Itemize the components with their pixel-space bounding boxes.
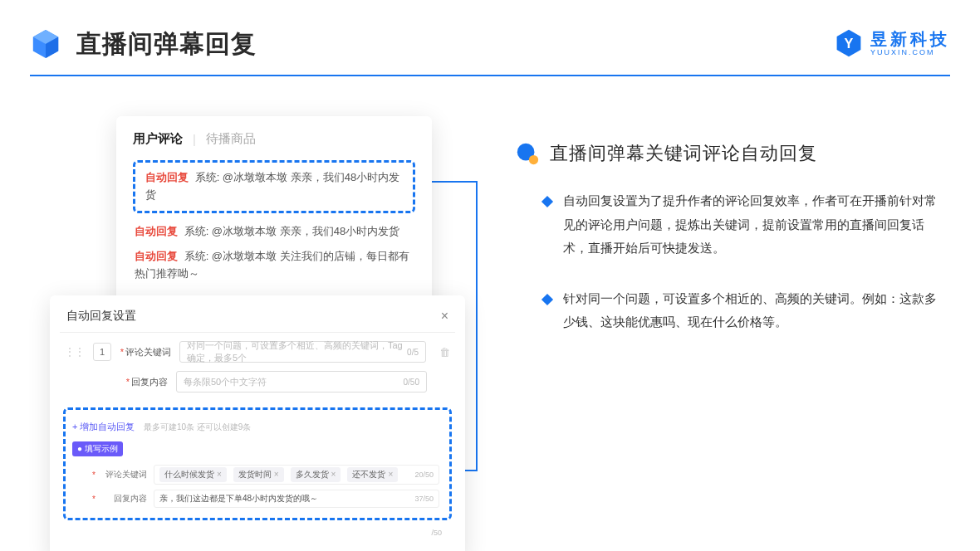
tab-divider: | [193, 132, 196, 146]
keyword-input[interactable]: 对同一个问题，可设置多个相近、高频的关键词，Tag确定，最多5个 0/5 [179, 341, 426, 363]
highlighted-comment: 自动回复 系统: @冰墩墩本墩 亲亲，我们48小时内发货 [133, 160, 415, 213]
comment-row: 自动回复 系统: @冰墩墩本墩 亲亲，我们48小时内发货 [144, 169, 404, 204]
auto-reply-settings-modal: 自动回复设置 × ⋮⋮ 1 *评论关键词 对同一个问题，可设置多个相近、高频的关… [50, 295, 465, 551]
ex-keyword-field[interactable]: 什么时候发货 发货时间 多久发货 还不发货 20/50 [154, 465, 439, 485]
diamond-icon [541, 196, 553, 207]
content-count: 0/50 [404, 378, 419, 387]
keyword-placeholder: 对同一个问题，可设置多个相近、高频的关键词，Tag确定，最多5个 [187, 339, 407, 364]
auto-reply-badge: 自动回复 [135, 250, 178, 262]
brand-block: Y 昱新科技 YUUXIN.COM [834, 28, 950, 58]
brand-logo-icon: Y [834, 28, 864, 58]
left-visual-stack: 用户评论 | 待播商品 自动回复 系统: @冰墩墩本墩 亲亲，我们48小时内发货… [50, 116, 465, 523]
brand-url: YUUXIN.COM [870, 49, 950, 56]
example-content-row: * 回复内容 亲，我们这边都是下单48小时内发货的哦～ 37/50 [92, 490, 439, 508]
comments-tabs: 用户评论 | 待播商品 [133, 131, 415, 147]
tab-pending-goods[interactable]: 待播商品 [206, 131, 256, 147]
ex-keyword-label: 评论关键词 [104, 469, 147, 480]
ex-content-label: 回复内容 [104, 493, 147, 505]
keyword-count: 0/5 [407, 348, 419, 357]
ex-keyword-count: 20/50 [414, 471, 434, 479]
cube-icon [30, 28, 61, 60]
comment-row: 自动回复 系统: @冰墩墩本墩 亲亲，我们48小时内发货 [133, 223, 415, 241]
content-label: *回复内容 [116, 376, 168, 388]
diamond-icon [541, 293, 553, 305]
bubble-icon [515, 141, 540, 166]
connector-line [428, 181, 478, 183]
svg-text:Y: Y [845, 36, 854, 51]
ex-content-value: 亲，我们这边都是下单48小时内发货的哦～ [159, 493, 318, 505]
settings-row: *回复内容 每条限50个中文字符 0/50 [65, 371, 450, 393]
add-auto-reply-link[interactable]: + 增加自动回复 [72, 422, 135, 432]
delete-icon[interactable]: 🗑 [439, 346, 450, 358]
tag-chip[interactable]: 多久发货 [291, 467, 341, 482]
example-keyword-row: * 评论关键词 什么时候发货 发货时间 多久发货 还不发货 20/50 [92, 465, 439, 485]
tag-chip[interactable]: 发货时间 [233, 467, 284, 482]
settings-row: ⋮⋮ 1 *评论关键词 对同一个问题，可设置多个相近、高频的关键词，Tag确定，… [65, 341, 450, 363]
trailing-count: /50 [431, 529, 442, 537]
row-number: 1 [93, 343, 111, 361]
comment-text: 系统: @冰墩墩本墩 亲亲，我们48小时内发货 [184, 225, 400, 237]
ex-content-count: 37/50 [414, 495, 434, 503]
tag-chip[interactable]: 什么时候发货 [159, 467, 227, 482]
auto-reply-badge: 自动回复 [145, 171, 189, 183]
drag-handle-icon[interactable]: ⋮⋮ [65, 346, 85, 358]
bullet-text: 针对同一个问题，可设置多个相近的、高频的关键词。例如：这款多少钱、这块能优惠吗、… [563, 287, 940, 334]
example-chip: ● 填写示例 [72, 441, 123, 456]
bullet-text: 自动回复设置为了提升作者的评论回复效率，作者可在开播前针对常见的评论用户问题，提… [563, 189, 940, 261]
modal-title: 自动回复设置 [66, 309, 136, 324]
connector-line [476, 181, 478, 471]
keyword-label: *评论关键词 [120, 346, 171, 358]
bullet-item: 自动回复设置为了提升作者的评论回复效率，作者可在开播前针对常见的评论用户问题，提… [543, 189, 940, 261]
content-input[interactable]: 每条限50个中文字符 0/50 [176, 371, 427, 393]
section-title: 直播间弹幕关键词评论自动回复 [550, 141, 817, 166]
example-highlight: + 增加自动回复 最多可建10条 还可以创建9条 ● 填写示例 * 评论关键词 … [63, 407, 452, 520]
bullet-item: 针对同一个问题，可设置多个相近的、高频的关键词。例如：这款多少钱、这块能优惠吗、… [543, 287, 940, 334]
content-placeholder: 每条限50个中文字符 [184, 376, 267, 388]
slide-header: 直播间弹幕回复 Y 昱新科技 YUUXIN.COM [30, 23, 950, 65]
page-title: 直播间弹幕回复 [76, 27, 257, 61]
tab-user-comments[interactable]: 用户评论 [133, 131, 183, 147]
tag-chip[interactable]: 还不发货 [347, 467, 398, 482]
section-heading: 直播间弹幕关键词评论自动回复 [515, 141, 940, 166]
add-hint: 最多可建10条 还可以创建9条 [144, 422, 251, 432]
right-column: 直播间弹幕关键词评论自动回复 自动回复设置为了提升作者的评论回复效率，作者可在开… [515, 141, 940, 361]
header-rule [30, 75, 950, 76]
close-icon[interactable]: × [441, 309, 448, 324]
brand-name: 昱新科技 [870, 31, 950, 47]
svg-point-6 [529, 155, 538, 164]
ex-content-field[interactable]: 亲，我们这边都是下单48小时内发货的哦～ 37/50 [154, 490, 439, 508]
comment-row: 自动回复 系统: @冰墩墩本墩 关注我们的店铺，每日都有热门推荐呦～ [133, 248, 415, 283]
auto-reply-badge: 自动回复 [135, 225, 178, 237]
